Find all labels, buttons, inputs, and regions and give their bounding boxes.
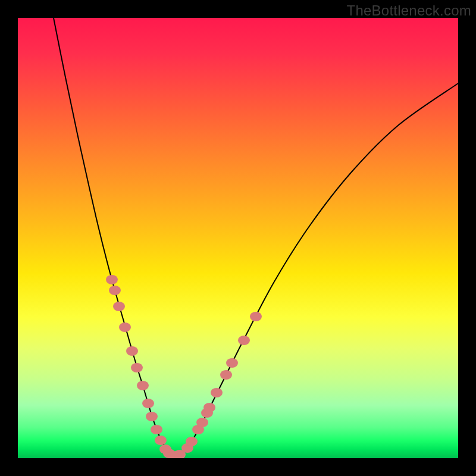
plot-area (18, 18, 458, 458)
data-marker (109, 286, 121, 295)
data-marker (211, 388, 223, 397)
data-marker (196, 418, 208, 427)
data-marker (203, 403, 215, 412)
data-marker (220, 370, 232, 380)
data-marker (137, 381, 149, 390)
data-marker (126, 346, 138, 356)
chart-container: TheBottleneck.com (0, 0, 476, 476)
data-marker (155, 436, 167, 445)
data-marker (226, 358, 238, 368)
data-marker (151, 425, 162, 434)
data-marker (113, 302, 125, 311)
data-marker (186, 437, 198, 446)
data-marker (119, 322, 131, 332)
data-marker (106, 275, 118, 284)
data-marker (142, 399, 154, 408)
watermark-text: TheBottleneck.com (346, 2, 471, 19)
data-markers (106, 275, 262, 458)
chart-svg (18, 18, 458, 458)
data-marker (146, 412, 158, 421)
data-marker (250, 312, 262, 321)
data-marker (131, 363, 143, 372)
bottleneck-curve (54, 18, 458, 456)
data-marker (238, 336, 250, 345)
